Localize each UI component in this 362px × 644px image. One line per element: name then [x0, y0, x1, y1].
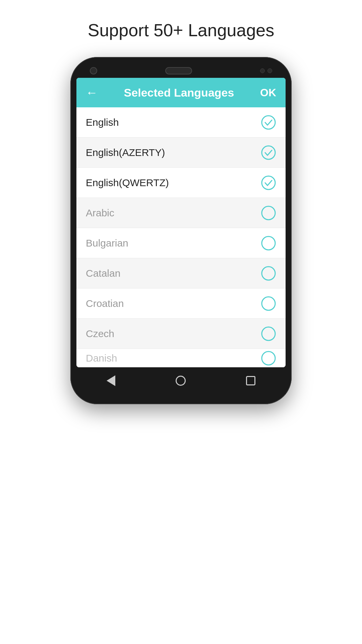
phone-device: ← Selected Languages OK English English(…: [70, 57, 292, 404]
language-name: Catalan: [86, 268, 120, 279]
language-name: Croatian: [86, 298, 124, 309]
page-title: Support 50+ Languages: [88, 20, 275, 40]
unchecked-icon: [261, 266, 276, 281]
svg-point-7: [262, 327, 275, 340]
sensor-dot-1: [260, 68, 265, 73]
svg-point-0: [262, 116, 275, 129]
checked-icon: [261, 145, 276, 160]
svg-point-6: [262, 297, 275, 310]
checked-icon: [261, 115, 276, 130]
svg-point-4: [262, 236, 275, 250]
list-item-partial[interactable]: Danish: [76, 349, 286, 367]
unchecked-icon: [261, 235, 276, 251]
app-bar-title: Selected Languages: [98, 86, 260, 99]
language-name: Czech: [86, 328, 114, 339]
language-name-partial: Danish: [86, 353, 117, 364]
checked-icon: [261, 175, 276, 191]
list-item[interactable]: Bulgarian: [76, 228, 286, 258]
svg-point-8: [262, 352, 275, 365]
nav-recents-button[interactable]: [246, 376, 255, 385]
unchecked-icon-partial: [261, 351, 276, 366]
language-name: English(AZERTY): [86, 147, 165, 158]
language-list: English English(AZERTY) English(QWERTZ): [76, 107, 286, 367]
unchecked-icon: [261, 326, 276, 341]
back-button[interactable]: ←: [86, 86, 98, 100]
phone-speaker: [165, 67, 192, 74]
language-name: English: [86, 117, 119, 128]
list-item[interactable]: English(AZERTY): [76, 138, 286, 168]
language-name: Bulgarian: [86, 237, 128, 249]
unchecked-icon: [261, 205, 276, 221]
nav-back-button[interactable]: [107, 375, 115, 386]
list-item[interactable]: Catalan: [76, 258, 286, 288]
list-item[interactable]: Arabic: [76, 198, 286, 228]
front-camera: [90, 67, 97, 74]
svg-point-2: [262, 176, 275, 190]
list-item[interactable]: English(QWERTZ): [76, 168, 286, 198]
language-name: Arabic: [86, 207, 114, 219]
unchecked-icon: [261, 296, 276, 311]
list-item[interactable]: Czech: [76, 319, 286, 349]
list-item[interactable]: Croatian: [76, 288, 286, 319]
phone-screen: ← Selected Languages OK English English(…: [76, 78, 286, 367]
nav-home-button[interactable]: [176, 376, 186, 386]
svg-point-5: [262, 267, 275, 280]
list-item[interactable]: English: [76, 107, 286, 138]
sensor-dot-2: [267, 68, 272, 73]
language-name: English(QWERTZ): [86, 177, 169, 189]
phone-sensors: [260, 68, 272, 73]
ok-button[interactable]: OK: [260, 87, 276, 99]
app-bar: ← Selected Languages OK: [76, 78, 286, 107]
svg-point-1: [262, 146, 275, 159]
phone-top-bar: [76, 67, 286, 74]
phone-nav-bar: [76, 367, 286, 394]
svg-point-3: [262, 206, 275, 220]
